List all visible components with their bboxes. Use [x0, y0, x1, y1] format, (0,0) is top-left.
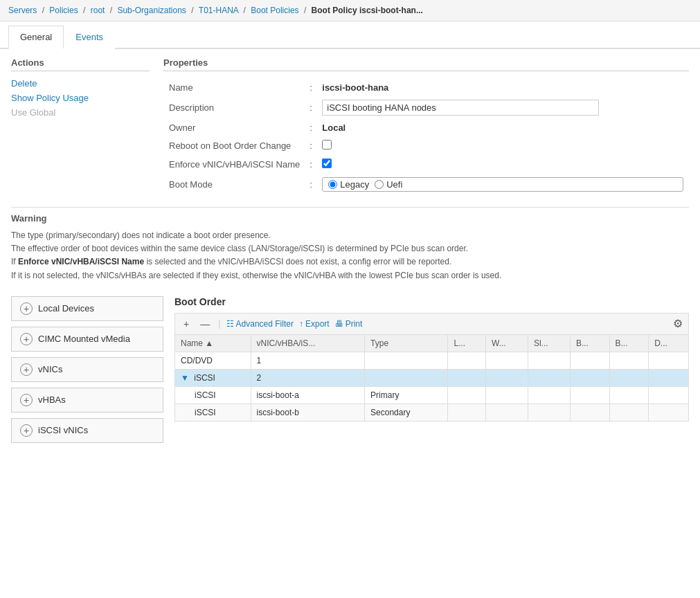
prop-description-label: Description: [165, 97, 304, 118]
export-btn[interactable]: ↑ Export: [299, 319, 330, 329]
devices-column: + Local Devices + CIMC Mounted vMedia + …: [11, 296, 163, 448]
advanced-filter-btn[interactable]: ☷ Advanced Filter: [226, 319, 294, 329]
remove-btn[interactable]: —: [197, 317, 213, 331]
table-header-row: Name ▲ vNIC/vHBA/iS... Type L... W... Sl…: [175, 334, 689, 352]
vhbas-btn[interactable]: + vHBAs: [11, 388, 163, 413]
table-row[interactable]: ▼ iSCSI 2: [175, 369, 689, 386]
breadcrumb-current: Boot Policy iscsi-boot-han...: [312, 6, 423, 15]
vnics-btn[interactable]: + vNICs: [11, 357, 163, 382]
properties-layout: Actions Delete Show Policy Usage Use Glo…: [11, 57, 689, 196]
prop-bootmode-row: Boot Mode : Legacy Uefi: [165, 174, 688, 194]
col-sl[interactable]: Sl...: [528, 334, 570, 352]
prop-name-label: Name: [165, 80, 304, 96]
col-d[interactable]: D...: [649, 334, 689, 352]
prop-name-value: iscsi-boot-hana: [318, 80, 688, 96]
iscsi-vnics-btn[interactable]: + iSCSI vNICs: [11, 418, 163, 443]
enforce-checkbox[interactable]: [322, 158, 332, 168]
boot-order-title: Boot Order: [174, 296, 689, 307]
print-btn[interactable]: 🖶 Print: [335, 319, 363, 329]
boot-order-table: Name ▲ vNIC/vHBA/iS... Type L... W... Sl…: [174, 334, 689, 422]
add-btn[interactable]: +: [181, 317, 192, 331]
col-l[interactable]: L...: [448, 334, 486, 352]
filter-icon: ☷: [226, 319, 234, 329]
col-b1[interactable]: B...: [570, 334, 609, 352]
local-devices-plus-icon: +: [20, 302, 33, 315]
tab-general[interactable]: General: [8, 26, 64, 49]
prop-name-row: Name : iscsi-boot-hana: [165, 80, 688, 96]
prop-reboot-value[interactable]: [318, 137, 688, 154]
prop-bootmode-value: Legacy Uefi: [318, 174, 688, 194]
bottom-section: + Local Devices + CIMC Mounted vMedia + …: [11, 296, 689, 448]
row-type: [365, 352, 448, 369]
properties-column: Properties Name : iscsi-boot-hana Descri…: [163, 57, 689, 196]
description-input[interactable]: [322, 100, 599, 116]
table-row[interactable]: CD/DVD 1: [175, 352, 689, 369]
col-name[interactable]: Name ▲: [175, 334, 251, 352]
warning-title: Warning: [11, 213, 689, 224]
main-content: Actions Delete Show Policy Usage Use Glo…: [0, 49, 700, 457]
cimc-mounted-vmedia-btn[interactable]: + CIMC Mounted vMedia: [11, 327, 163, 352]
prop-enforce-label: Enforce vNIC/vHBA/iSCSI Name: [165, 156, 304, 173]
actions-column: Actions Delete Show Policy Usage Use Glo…: [11, 57, 163, 196]
gear-icon[interactable]: ⚙: [673, 317, 683, 330]
boot-order-column: Boot Order + — | ☷ Advanced Filter ↑ Exp…: [174, 296, 689, 448]
breadcrumb-policies[interactable]: Policies: [49, 6, 78, 15]
prop-description-row: Description :: [165, 97, 688, 118]
prop-owner-label: Owner: [165, 120, 304, 136]
row-name: ▼ iSCSI: [175, 369, 251, 386]
properties-table: Name : iscsi-boot-hana Description :: [163, 78, 689, 196]
col-w[interactable]: W...: [485, 334, 528, 352]
prop-bootmode-label: Boot Mode: [165, 174, 304, 194]
row-type: Primary: [365, 386, 448, 404]
iscsi-vnics-plus-icon: +: [20, 424, 33, 437]
breadcrumb: Servers / Policies / root / Sub-Organiza…: [0, 0, 700, 21]
expand-icon[interactable]: ▼: [181, 373, 189, 383]
reboot-checkbox[interactable]: [322, 140, 332, 150]
vnics-plus-icon: +: [20, 363, 33, 376]
radio-uefi[interactable]: Uefi: [375, 179, 402, 190]
cimc-plus-icon: +: [20, 333, 33, 345]
row-vnic: 1: [251, 352, 365, 369]
warning-section: Warning The type (primary/secondary) doe…: [11, 207, 689, 282]
prop-owner-value: Local: [318, 120, 688, 136]
tab-bar: General Events: [0, 24, 700, 49]
prop-reboot-row: Reboot on Boot Order Change :: [165, 137, 688, 154]
prop-description-value[interactable]: [318, 97, 688, 118]
boot-mode-group: Legacy Uefi: [322, 177, 683, 192]
prop-enforce-value[interactable]: [318, 156, 688, 173]
local-devices-btn[interactable]: + Local Devices: [11, 296, 163, 321]
row-name: iSCSI: [175, 386, 251, 404]
breadcrumb-boot-policies[interactable]: Boot Policies: [251, 6, 298, 15]
delete-link[interactable]: Delete: [11, 78, 150, 89]
prop-owner-row: Owner : Local: [165, 120, 688, 136]
vhbas-plus-icon: +: [20, 394, 33, 406]
col-b2[interactable]: B...: [609, 334, 649, 352]
use-global-link: Use Global: [11, 107, 150, 118]
boot-order-toolbar: + — | ☷ Advanced Filter ↑ Export 🖶 Print…: [174, 313, 689, 334]
actions-title: Actions: [11, 57, 150, 71]
col-type[interactable]: Type: [365, 334, 448, 352]
breadcrumb-servers[interactable]: Servers: [8, 6, 37, 15]
warning-text: The type (primary/secondary) does not in…: [11, 229, 689, 282]
table-row[interactable]: iSCSI iscsi-boot-a Primary: [175, 386, 689, 404]
breadcrumb-root[interactable]: root: [91, 6, 105, 15]
prop-reboot-label: Reboot on Boot Order Change: [165, 137, 304, 154]
row-type: Secondary: [365, 404, 448, 421]
properties-title: Properties: [163, 57, 689, 71]
row-vnic: 2: [251, 369, 365, 386]
export-icon: ↑: [299, 319, 303, 329]
row-name: iSCSI: [175, 404, 251, 421]
col-vnic[interactable]: vNIC/vHBA/iS...: [251, 334, 365, 352]
row-vnic: iscsi-boot-a: [251, 386, 365, 404]
row-vnic: iscsi-boot-b: [251, 404, 365, 421]
tab-events[interactable]: Events: [64, 26, 115, 49]
radio-legacy[interactable]: Legacy: [328, 179, 369, 190]
breadcrumb-sub-organizations[interactable]: Sub-Organizations: [117, 6, 186, 15]
breadcrumb-t01-hana[interactable]: T01-HANA: [199, 6, 238, 15]
row-type: [365, 369, 448, 386]
show-policy-usage-link[interactable]: Show Policy Usage: [11, 93, 150, 103]
table-row[interactable]: iSCSI iscsi-boot-b Secondary: [175, 404, 689, 421]
print-icon: 🖶: [335, 319, 343, 329]
prop-enforce-row: Enforce vNIC/vHBA/iSCSI Name :: [165, 156, 688, 173]
row-name: CD/DVD: [175, 352, 251, 369]
